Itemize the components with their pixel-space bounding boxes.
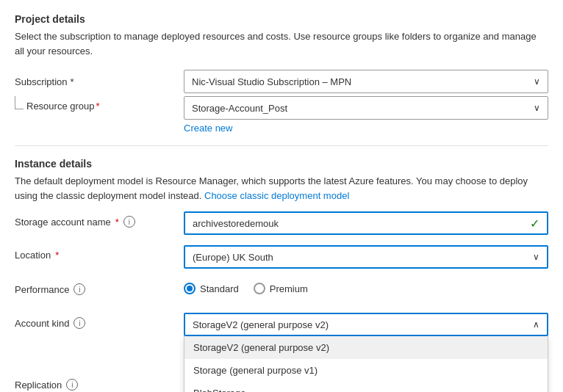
performance-label-container: Performance i: [15, 279, 184, 295]
account-kind-label: Account kind: [15, 318, 69, 329]
storage-account-row: Storage account name * i ✓: [15, 211, 548, 235]
account-kind-value: StorageV2 (general purpose v2): [193, 319, 329, 330]
instance-details-title: Instance details: [15, 158, 548, 170]
instance-details-desc: The default deployment model is Resource…: [15, 174, 548, 203]
subscription-label: Subscription *: [15, 76, 184, 87]
resource-group-value: Storage-Account_Post: [192, 103, 287, 114]
resource-group-label-container: Resource group *: [15, 96, 184, 112]
resource-group-row: Resource group * Storage-Account_Post ∨ …: [15, 96, 548, 134]
account-kind-option-2[interactable]: BlobStorage: [184, 382, 548, 392]
performance-premium-label: Premium: [270, 283, 308, 294]
resource-group-label: Resource group: [26, 101, 95, 112]
create-new-link[interactable]: Create new: [184, 123, 548, 134]
performance-info-icon[interactable]: i: [73, 283, 85, 295]
performance-radio-group: Standard Premium: [184, 279, 548, 294]
section-divider-1: [15, 145, 548, 146]
location-label-container: Location *: [15, 245, 184, 261]
account-kind-label-container: Account kind i: [15, 313, 184, 329]
performance-label: Performance: [15, 284, 69, 295]
storage-account-control: ✓: [184, 211, 548, 235]
page-container: Project details Select the subscription …: [15, 13, 548, 392]
account-kind-option-1[interactable]: Storage (general purpose v1): [184, 359, 548, 382]
subscription-required: *: [71, 76, 74, 87]
subscription-value: Nic-Visual Studio Subscription – MPN: [192, 76, 351, 87]
project-details-title: Project details: [15, 13, 548, 25]
replication-info-icon[interactable]: i: [66, 379, 78, 391]
location-dropdown[interactable]: (Europe) UK South ∨: [184, 245, 548, 269]
project-details-desc: Select the subscription to manage deploy…: [15, 29, 548, 58]
storage-account-required: *: [115, 217, 119, 228]
performance-premium-option[interactable]: Premium: [254, 283, 308, 294]
storage-account-label-container: Storage account name * i: [15, 211, 184, 228]
performance-standard-label: Standard: [200, 283, 239, 294]
storage-account-info-icon[interactable]: i: [123, 216, 135, 228]
resource-group-chevron-icon: ∨: [534, 103, 540, 113]
replication-label-container: Replication i: [15, 374, 184, 391]
performance-row: Performance i Standard Premium: [15, 279, 548, 302]
subscription-control: Nic-Visual Studio Subscription – MPN ∨: [184, 70, 548, 93]
account-kind-option-0[interactable]: StorageV2 (general purpose v2): [184, 336, 548, 359]
resource-group-control: Storage-Account_Post ∨ Create new: [184, 96, 548, 134]
location-chevron-icon: ∨: [533, 252, 539, 262]
indent-connector: [15, 96, 24, 109]
account-kind-info-icon[interactable]: i: [73, 317, 85, 329]
account-kind-row: Account kind i StorageV2 (general purpos…: [15, 313, 548, 336]
account-kind-dropdown-list: StorageV2 (general purpose v2) Storage (…: [184, 336, 548, 392]
subscription-row: Subscription * Nic-Visual Studio Subscri…: [15, 70, 548, 93]
subscription-dropdown[interactable]: Nic-Visual Studio Subscription – MPN ∨: [184, 70, 548, 93]
classic-deployment-link[interactable]: Choose classic deployment model: [204, 190, 349, 201]
performance-standard-radio[interactable]: [184, 283, 196, 294]
location-control: (Europe) UK South ∨: [184, 245, 548, 269]
storage-account-input-box: ✓: [184, 211, 548, 235]
instance-details-section: Instance details The default deployment …: [15, 158, 548, 392]
location-row: Location * (Europe) UK South ∨: [15, 245, 548, 269]
replication-label: Replication: [15, 380, 62, 391]
resource-group-dropdown[interactable]: Storage-Account_Post ∨: [184, 96, 548, 120]
performance-standard-option[interactable]: Standard: [184, 283, 239, 294]
subscription-chevron-icon: ∨: [534, 76, 540, 87]
project-details-section: Project details Select the subscription …: [15, 13, 548, 134]
location-required: *: [55, 250, 59, 261]
account-kind-dropdown[interactable]: StorageV2 (general purpose v2) ∧: [184, 313, 548, 336]
location-value: (Europe) UK South: [193, 252, 273, 263]
performance-premium-radio[interactable]: [254, 283, 265, 294]
storage-account-check-icon: ✓: [530, 217, 539, 231]
storage-account-input[interactable]: [193, 218, 530, 229]
location-label: Location: [15, 250, 51, 261]
resource-group-required: *: [96, 101, 100, 112]
account-kind-chevron-icon: ∧: [533, 319, 539, 330]
storage-account-label: Storage account name: [15, 217, 111, 228]
performance-control: Standard Premium: [184, 279, 548, 294]
account-kind-control: StorageV2 (general purpose v2) ∧ Storage…: [184, 313, 548, 336]
